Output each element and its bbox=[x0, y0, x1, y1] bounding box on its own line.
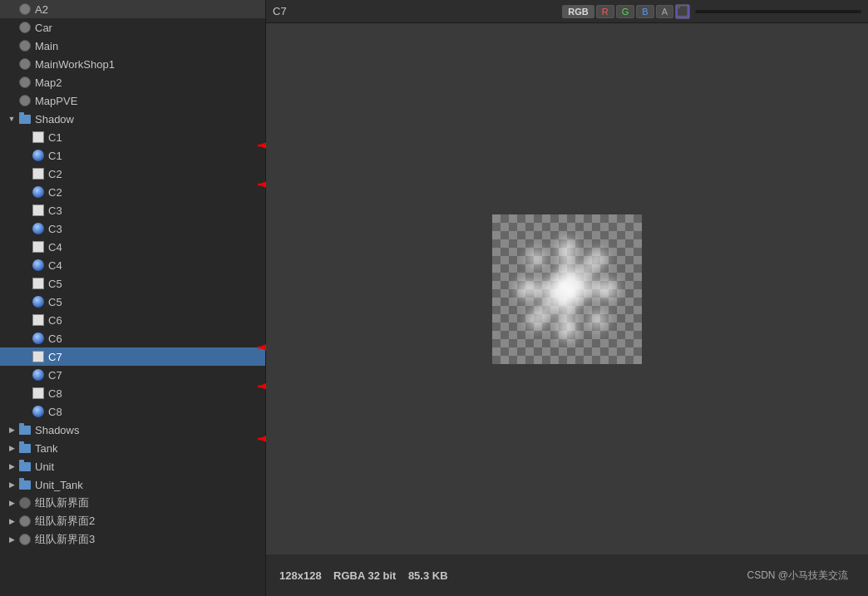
texture-icon-c6 bbox=[32, 313, 45, 327]
label-c4-texture: C4 bbox=[48, 241, 62, 254]
label-unit-tank: Unit_Tank bbox=[35, 479, 83, 491]
tree-item-shadows[interactable]: Shadows bbox=[0, 421, 265, 439]
channel-extra-button[interactable]: ⬛ bbox=[675, 4, 690, 19]
tree-item-c4-sphere[interactable]: C4 bbox=[0, 256, 265, 274]
tree-item-main[interactable]: Main bbox=[0, 37, 265, 55]
folder-icon-shadow bbox=[18, 112, 32, 126]
texture-icon-c2 bbox=[32, 167, 45, 180]
tree-item-c6-sphere[interactable]: C6 bbox=[0, 329, 265, 347]
texture-info-text: 128x128 RGBA 32 bit 85.3 KB bbox=[279, 569, 448, 582]
arrow-shadows bbox=[7, 425, 17, 435]
arrow-zuduixinjiemian2 bbox=[7, 516, 17, 526]
label-map2: Map2 bbox=[35, 76, 62, 89]
label-c1-sphere: C1 bbox=[48, 150, 62, 162]
tree-item-unit[interactable]: Unit bbox=[0, 457, 265, 475]
brightness-slider[interactable] bbox=[695, 10, 861, 13]
label-c5-sphere: C5 bbox=[48, 296, 62, 308]
tree-item-c7-sphere[interactable]: C7 bbox=[0, 366, 265, 384]
left-panel-wrapper: A2 Car Main MainWorkShop1 bbox=[0, 0, 266, 596]
label-zuduixinjiemian2: 组队新界面2 bbox=[35, 514, 95, 529]
svg-point-17 bbox=[529, 251, 544, 266]
label-zuduixinjiemian: 组队新界面 bbox=[35, 495, 89, 510]
tree-item-c4-texture[interactable]: C4 bbox=[0, 238, 265, 256]
tree-item-car[interactable]: Car bbox=[0, 18, 265, 37]
tree-item-a2[interactable]: A2 bbox=[0, 0, 265, 18]
svg-point-19 bbox=[529, 313, 544, 328]
unity-icon-mainworkshop1 bbox=[18, 57, 32, 71]
tree-item-mappve[interactable]: MapPVE bbox=[0, 91, 265, 110]
tree-item-mainworkshop1[interactable]: MainWorkShop1 bbox=[0, 55, 265, 73]
texture-icon-c4 bbox=[32, 240, 45, 254]
arrow-zuduixinjiemian bbox=[7, 498, 17, 508]
arrow-unit bbox=[7, 461, 17, 471]
tree-item-c6-texture[interactable]: C6 bbox=[0, 311, 265, 329]
folder-icon-shadows bbox=[18, 423, 32, 436]
channel-rgb-button[interactable]: RGB bbox=[562, 5, 594, 18]
unity-icon-a2 bbox=[18, 2, 32, 16]
texture-icon-c7 bbox=[32, 350, 45, 363]
texture-dimensions: 128x128 bbox=[279, 569, 322, 582]
label-car: Car bbox=[35, 22, 52, 34]
sphere-icon-c7 bbox=[32, 368, 45, 382]
tree-item-c5-texture[interactable]: C5 bbox=[0, 274, 265, 293]
preview-filename: C7 bbox=[273, 5, 287, 17]
sphere-icon-c1 bbox=[32, 149, 45, 162]
sphere-icon-c4 bbox=[32, 259, 45, 272]
svg-point-14 bbox=[559, 321, 575, 337]
label-c6-texture: C6 bbox=[48, 314, 62, 327]
tree-item-c1-texture[interactable]: C1 bbox=[0, 128, 265, 146]
label-c7-sphere: C7 bbox=[48, 369, 62, 382]
label-c4-sphere: C4 bbox=[48, 259, 62, 272]
sphere-icon-c6 bbox=[32, 332, 45, 345]
label-main: Main bbox=[35, 40, 58, 52]
channel-g-button[interactable]: G bbox=[616, 5, 635, 18]
tree-item-c8-sphere[interactable]: C8 bbox=[0, 402, 265, 421]
tree-item-zuduixinjiemian2[interactable]: 组队新界面2 bbox=[0, 512, 265, 530]
label-c5-texture: C5 bbox=[48, 278, 62, 290]
texture-info-bar: 128x128 RGBA 32 bit 85.3 KB CSDN @小马技美交流 bbox=[266, 554, 868, 596]
tree-item-zuduixinjiemian3[interactable]: 组队新界面3 bbox=[0, 530, 265, 549]
texture-visualization bbox=[492, 214, 642, 364]
sphere-icon-c8 bbox=[32, 405, 45, 418]
tree-item-c7-texture[interactable]: C7 bbox=[0, 347, 265, 366]
tree-item-map2[interactable]: Map2 bbox=[0, 73, 265, 91]
unity-icon-main bbox=[18, 39, 32, 52]
tree-item-c5-sphere[interactable]: C5 bbox=[0, 293, 265, 311]
texture-icon-c3 bbox=[32, 204, 45, 217]
texture-preview-area bbox=[266, 23, 868, 554]
svg-point-18 bbox=[590, 251, 605, 266]
texture-icon-c5 bbox=[32, 277, 45, 290]
svg-point-15 bbox=[519, 281, 535, 298]
texture-format: RGBA 32 bit bbox=[333, 569, 396, 582]
tree-item-c1-sphere[interactable]: C1 bbox=[0, 146, 265, 165]
tree-item-c2-sphere[interactable]: C2 bbox=[0, 183, 265, 201]
tree-item-c3-sphere[interactable]: C3 bbox=[0, 219, 265, 238]
tree-item-unit-tank[interactable]: Unit_Tank bbox=[0, 475, 265, 494]
sphere-icon-c2 bbox=[32, 185, 45, 199]
label-c3-sphere: C3 bbox=[48, 223, 62, 235]
channel-r-button[interactable]: R bbox=[596, 5, 614, 18]
channel-a-button[interactable]: A bbox=[656, 5, 673, 18]
credit-text: CSDN @小马技美交流 bbox=[747, 569, 855, 583]
channel-b-button[interactable]: B bbox=[636, 5, 653, 18]
unity-icon-mappve bbox=[18, 94, 32, 107]
tree-item-c3-texture[interactable]: C3 bbox=[0, 201, 265, 219]
tree-item-shadow[interactable]: Shadow bbox=[0, 110, 265, 128]
unity-icon-map2 bbox=[18, 76, 32, 89]
tree-item-c8-texture[interactable]: C8 bbox=[0, 384, 265, 402]
sphere-icon-c5 bbox=[32, 295, 45, 308]
file-tree: A2 Car Main MainWorkShop1 bbox=[0, 0, 266, 596]
svg-point-16 bbox=[599, 281, 615, 298]
texture-preview-container bbox=[492, 214, 642, 364]
label-a2: A2 bbox=[35, 3, 48, 16]
label-mainworkshop1: MainWorkShop1 bbox=[35, 58, 115, 71]
label-c3-texture: C3 bbox=[48, 204, 62, 217]
arrow-shadow bbox=[7, 114, 17, 124]
tree-item-zuduixinjiemian[interactable]: 组队新界面 bbox=[0, 494, 265, 512]
tree-item-tank[interactable]: Tank bbox=[0, 439, 265, 457]
folder-icon-unit bbox=[18, 460, 32, 473]
tree-item-c2-texture[interactable]: C2 bbox=[0, 165, 265, 183]
texture-blob bbox=[492, 214, 642, 364]
preview-toolbar: C7 RGB R G B A ⬛ bbox=[266, 0, 868, 23]
texture-icon-c8 bbox=[32, 387, 45, 400]
